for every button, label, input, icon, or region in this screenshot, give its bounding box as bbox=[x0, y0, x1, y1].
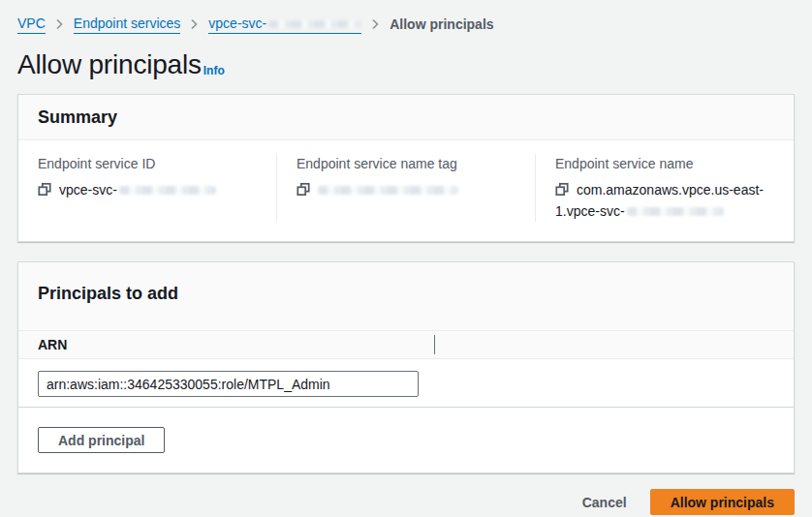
field-value: vpce-svc- bbox=[38, 179, 257, 200]
field-label: Endpoint service ID bbox=[38, 154, 257, 173]
redacted-text bbox=[268, 20, 361, 28]
breadcrumb-chevron-icon bbox=[371, 18, 380, 30]
field-value: com.amazonaws.vpce.us-east-1.vpce-svc- bbox=[555, 179, 774, 222]
info-link[interactable]: Info bbox=[203, 64, 225, 80]
add-principal-button[interactable]: Add principal bbox=[38, 427, 165, 453]
summary-field-endpoint-service-name-tag: Endpoint service name tag bbox=[276, 154, 535, 222]
page-header: Allow principals Info bbox=[17, 48, 795, 80]
principals-card: Principals to add ARN Add principal bbox=[17, 261, 795, 473]
breadcrumb-chevron-icon bbox=[55, 18, 64, 30]
arn-input-row bbox=[18, 359, 794, 408]
redacted-text bbox=[318, 186, 458, 195]
principals-heading: Principals to add bbox=[18, 262, 794, 330]
value-prefix: vpce-svc- bbox=[59, 182, 117, 198]
summary-body: Endpoint service ID vpce-svc- Endpoint s… bbox=[18, 140, 794, 241]
breadcrumb: VPC Endpoint services vpce-svc- Allow pr… bbox=[17, 15, 795, 34]
breadcrumb-service-id-prefix: vpce-svc- bbox=[208, 15, 266, 31]
summary-field-endpoint-service-id: Endpoint service ID vpce-svc- bbox=[18, 154, 276, 222]
field-label: Endpoint service name bbox=[555, 154, 774, 173]
arn-column-header: ARN bbox=[38, 337, 67, 352]
add-principal-row: Add principal bbox=[18, 408, 794, 472]
allow-principals-button[interactable]: Allow principals bbox=[650, 489, 795, 515]
copy-icon[interactable] bbox=[297, 182, 310, 199]
page: VPC Endpoint services vpce-svc- Allow pr… bbox=[0, 0, 812, 517]
field-value bbox=[297, 179, 515, 200]
breadcrumb-endpoint-services[interactable]: Endpoint services bbox=[74, 15, 181, 34]
breadcrumb-current-page: Allow principals bbox=[390, 15, 493, 33]
copy-icon[interactable] bbox=[555, 182, 569, 199]
copy-icon[interactable] bbox=[38, 182, 51, 199]
field-label: Endpoint service name tag bbox=[297, 154, 515, 173]
redacted-text bbox=[627, 207, 724, 216]
table-header-row: ARN bbox=[18, 330, 794, 359]
summary-heading: Summary bbox=[18, 95, 794, 140]
breadcrumb-chevron-icon bbox=[190, 18, 199, 30]
summary-card: Summary Endpoint service ID vpce-svc- En… bbox=[17, 94, 795, 242]
redacted-text bbox=[119, 186, 216, 195]
page-title: Allow principals bbox=[17, 48, 202, 80]
form-actions: Cancel Allow principals bbox=[17, 489, 795, 517]
arn-input[interactable] bbox=[38, 371, 419, 397]
column-resize-handle[interactable] bbox=[434, 335, 435, 354]
breadcrumb-endpoint-service-id[interactable]: vpce-svc- bbox=[208, 15, 361, 34]
summary-field-endpoint-service-name: Endpoint service name com.amazonaws.vpce… bbox=[535, 154, 794, 222]
breadcrumb-vpc[interactable]: VPC bbox=[17, 15, 46, 34]
cancel-button[interactable]: Cancel bbox=[582, 495, 627, 510]
